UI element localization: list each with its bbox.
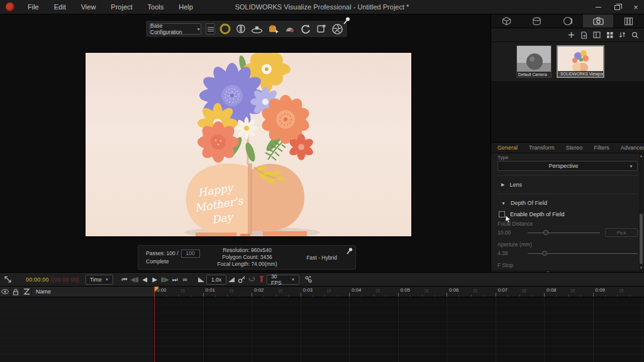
sort-icon[interactable] — [619, 31, 626, 38]
scroll-down-icon[interactable]: ▼ — [639, 265, 643, 270]
add-camera-icon[interactable] — [568, 31, 575, 38]
track-name-panel[interactable] — [0, 297, 154, 362]
ramp-in-icon[interactable] — [196, 275, 206, 285]
dof-section-header[interactable]: ▼ Depth Of Field — [497, 199, 638, 207]
render-mode-text: Fast - Hybrid — [288, 255, 355, 261]
go-to-end-button[interactable]: ⏭ — [170, 275, 180, 285]
timeline-ruler[interactable]: 0:00150:01150:02150:03150:04150:05150:06… — [154, 287, 644, 297]
pin-icon[interactable] — [346, 247, 353, 255]
enable-dof-checkbox[interactable] — [499, 211, 505, 217]
coral-flower-left — [197, 121, 239, 163]
menu-project[interactable]: Project — [103, 0, 140, 14]
playhead-flag[interactable] — [154, 287, 159, 293]
projection-type-value: Perspective — [498, 163, 629, 169]
menu-help[interactable]: Help — [171, 0, 201, 14]
keyframe-options-icon[interactable] — [303, 275, 313, 285]
aperture-slider[interactable] — [528, 250, 638, 256]
menu-view[interactable]: View — [74, 0, 104, 14]
restore-button[interactable] — [613, 3, 621, 12]
camera-property-tabs: GeneralTransformStereoFiltersAdvanced — [491, 142, 644, 153]
chevron-down-icon: ▼ — [196, 27, 201, 31]
camera-thumb-default[interactable]: Default Camera — [516, 45, 552, 78]
prop-tab-filters[interactable]: Filters — [594, 145, 609, 151]
camera-thumbnails: Default Camera — [491, 42, 644, 81]
ruler-label: 0:04 — [352, 287, 362, 293]
timeline-controls: 00:00:00 /(00:00:00) Time▼ ⏮ ◀▮ ◀ ▶ ▮▶ ⏭… — [0, 273, 644, 287]
scroll-up-icon[interactable]: ▲ — [639, 153, 643, 158]
aperture-label: Aperture (mm) — [497, 241, 638, 248]
refresh-icon[interactable] — [300, 23, 311, 35]
playhead-line[interactable] — [154, 287, 155, 362]
step-back-button[interactable]: ◀ — [140, 275, 150, 285]
mouse-cursor — [505, 215, 511, 224]
search-icon[interactable] — [631, 31, 639, 39]
camera-aperture-icon[interactable] — [331, 23, 343, 35]
menu-tools[interactable]: Tools — [140, 0, 172, 14]
denoiser-brain-icon[interactable] — [235, 23, 247, 35]
auto-key-icon[interactable] — [247, 275, 257, 285]
import-icon[interactable] — [580, 31, 587, 39]
focal-length-text: Focal Length: 74.00(mm) — [206, 261, 288, 268]
pin-icon[interactable] — [343, 16, 351, 25]
properties-scrollbar[interactable]: ▲ ▼ — [639, 153, 643, 270]
go-to-start-button[interactable]: ⏮ — [119, 275, 130, 285]
snapshot-icon[interactable] — [316, 23, 327, 35]
menu-edit[interactable]: Edit — [47, 0, 74, 14]
fps-select[interactable]: 30 FPS▼ — [267, 275, 299, 285]
tab-models[interactable] — [491, 14, 522, 28]
ring-select-icon[interactable] — [219, 23, 231, 35]
ruler-label: 0:07 — [498, 287, 508, 293]
configuration-select[interactable]: Base Configuration ▼ — [150, 23, 201, 35]
ramp-out-icon[interactable] — [226, 275, 236, 285]
previous-keyframe-button[interactable]: ◀▮ — [130, 275, 140, 285]
chevron-down-icon: ▼ — [629, 164, 637, 168]
curve-editor-icon[interactable] — [21, 287, 32, 297]
key-icon[interactable] — [236, 275, 247, 285]
prop-tab-transform[interactable]: Transform — [529, 145, 555, 151]
marker-icon[interactable] — [257, 275, 267, 285]
ruler-label: 0:08 — [547, 287, 557, 293]
track-area[interactable] — [154, 297, 644, 362]
turntable-icon[interactable] — [251, 23, 263, 35]
palette-tabs — [491, 14, 644, 28]
next-keyframe-button[interactable]: ▮▶ — [160, 275, 170, 285]
ruler-label: 0:02 — [254, 287, 264, 293]
ruler-label: 0:03 — [303, 287, 313, 293]
lock-icon[interactable] — [11, 287, 21, 297]
prop-tab-advanced[interactable]: Advanced — [621, 145, 644, 151]
menu-file[interactable]: File — [20, 0, 47, 14]
timeline-panel: 00:00:00 /(00:00:00) Time▼ ⏮ ◀▮ ◀ ▶ ▮▶ ⏭… — [0, 272, 644, 362]
tab-cameras[interactable] — [583, 14, 614, 28]
loop-button[interactable]: ∞ — [180, 275, 190, 285]
camera-thumb-viewport[interactable]: SOLIDWORKS Viewport — [557, 45, 604, 78]
split-view-icon[interactable] — [593, 31, 601, 38]
prop-tab-stereo[interactable]: Stereo — [566, 145, 583, 151]
focal-distance-slider[interactable] — [528, 229, 600, 236]
camera-library-empty[interactable] — [491, 81, 644, 142]
title-bar: FileEditViewProjectToolsHelp SOLIDWORKS … — [0, 0, 644, 14]
passes-label: Passes: 100 / — [146, 250, 179, 258]
minimize-button[interactable] — [594, 3, 602, 12]
time-mode-select[interactable]: Time▼ — [86, 275, 113, 285]
tab-environments[interactable] — [552, 14, 583, 28]
configuration-menu-button[interactable] — [206, 23, 215, 35]
visibility-eye-icon[interactable] — [0, 287, 11, 297]
playback-speed[interactable]: 1.0x — [206, 275, 226, 285]
mothers-day-card-render: Happy Mother's Day — [86, 53, 412, 237]
close-button[interactable]: × — [631, 3, 640, 12]
prop-tab-general[interactable]: General — [497, 145, 518, 151]
projection-type-select[interactable]: Perspective ▼ — [497, 161, 638, 171]
render-viewport[interactable]: Happy Mother's Day — [85, 52, 412, 237]
passes-input[interactable]: 100 — [181, 250, 200, 258]
grid-view-icon[interactable] — [606, 31, 613, 38]
tab-appearances[interactable] — [522, 14, 553, 28]
helmet-render-icon[interactable] — [284, 23, 296, 35]
pick-button[interactable]: Pick — [605, 228, 638, 237]
play-button[interactable]: ▶ — [150, 275, 160, 285]
render-status-bar: Passes: 100 / 100 Complete Resolution: 9… — [138, 245, 356, 270]
ruler-label: 0:09 — [596, 287, 606, 293]
paint-bucket-icon[interactable] — [267, 23, 280, 35]
tab-renders[interactable] — [613, 14, 644, 28]
select-tool-icon[interactable] — [4, 275, 12, 283]
lens-section-header[interactable]: ▶ Lens — [497, 180, 638, 189]
